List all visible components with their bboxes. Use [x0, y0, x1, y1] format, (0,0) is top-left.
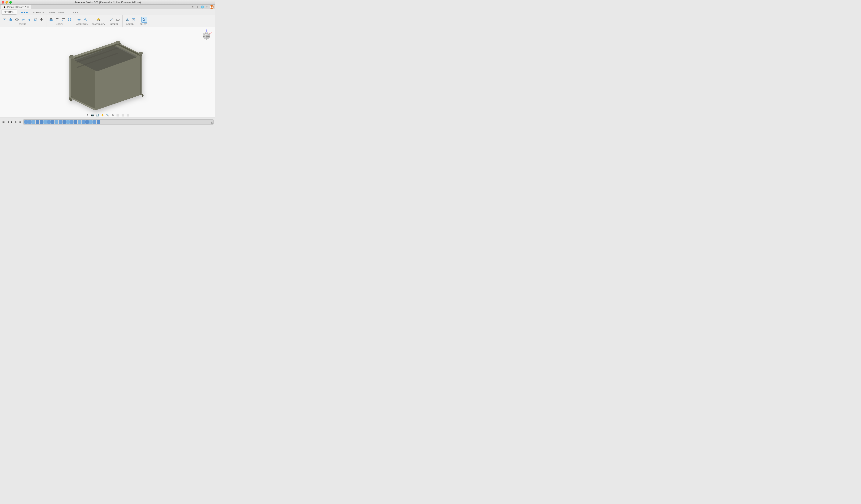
- view-cube[interactable]: FRONT RIGHT TOP Z X: [200, 29, 213, 42]
- modify-group: MODIFY ▾: [46, 15, 74, 27]
- svg-marker-10: [41, 21, 42, 22]
- insert-mesh-btn[interactable]: [124, 17, 130, 23]
- timeline-prev-btn[interactable]: ◀: [6, 120, 10, 124]
- svg-line-40: [209, 33, 211, 34]
- timeline-op-15[interactable]: [78, 120, 81, 124]
- inspect-more-btn[interactable]: [115, 17, 121, 23]
- timeline-op-7[interactable]: [47, 120, 51, 124]
- new-component-btn[interactable]: [2, 17, 8, 23]
- pan-icon[interactable]: ✋: [100, 113, 105, 117]
- construct-buttons: [95, 17, 101, 23]
- view-style-1[interactable]: ⬜: [116, 113, 120, 117]
- extrude-btn[interactable]: [8, 17, 14, 23]
- camera-icon[interactable]: 📷: [90, 113, 95, 117]
- insert-svg-btn[interactable]: [131, 17, 136, 23]
- timeline-next-btn[interactable]: ▶: [14, 120, 18, 124]
- assemble-label[interactable]: ASSEMBLE ▾: [76, 23, 88, 25]
- zoom-icon[interactable]: 🔍: [106, 113, 110, 117]
- tab-sheet-metal[interactable]: SHEET METAL: [46, 10, 68, 15]
- timeline-op-8[interactable]: [51, 120, 54, 124]
- svg-text:TOP: TOP: [203, 36, 205, 37]
- insert-label[interactable]: INSERT ▾: [126, 23, 135, 25]
- inspect-buttons: [109, 17, 121, 23]
- timeline-op-12[interactable]: [66, 120, 70, 124]
- view-style-3[interactable]: ⬜: [126, 113, 130, 117]
- title-bar: Autodesk Fusion 360 (Personal – Not for …: [0, 0, 215, 5]
- svg-marker-12: [43, 19, 43, 20]
- timeline-op-3[interactable]: [32, 120, 36, 124]
- close-button[interactable]: [2, 1, 4, 4]
- document-tab[interactable]: 📱 iPhone6sCase v1* ×: [1, 5, 31, 9]
- loft-btn[interactable]: [26, 17, 32, 23]
- timeline-op-1[interactable]: [24, 120, 28, 124]
- add-tab-icon[interactable]: +: [196, 5, 199, 9]
- construct-label[interactable]: CONSTRUCT ▾: [92, 23, 105, 25]
- timeline-op-10[interactable]: [59, 120, 62, 124]
- timeline-start-btn[interactable]: ⏮: [2, 120, 5, 124]
- offset-plane-btn[interactable]: [95, 17, 101, 23]
- select-label[interactable]: SELECT ▾: [140, 23, 149, 25]
- timeline-op-11[interactable]: [63, 120, 66, 124]
- timeline-op-5[interactable]: [40, 120, 43, 124]
- tab-tools[interactable]: TOOLS: [68, 10, 81, 15]
- tab-solid[interactable]: SOLID: [18, 10, 30, 15]
- orbit-icon[interactable]: 🔄: [95, 113, 99, 117]
- more-modify-btn[interactable]: [67, 17, 72, 23]
- timeline-op-4[interactable]: [36, 120, 39, 124]
- fillet-btn[interactable]: [54, 17, 60, 23]
- svg-rect-7: [34, 18, 37, 21]
- zoom-fit-icon[interactable]: ⊘: [111, 113, 115, 117]
- svg-point-21: [85, 19, 86, 20]
- user-avatar[interactable]: EB: [210, 5, 214, 9]
- design-mode-button[interactable]: DESIGN ▾: [1, 10, 17, 15]
- modify-label[interactable]: MODIFY ▾: [56, 23, 65, 25]
- svg-rect-13: [50, 19, 53, 21]
- minimize-button[interactable]: [5, 1, 8, 4]
- shell-btn[interactable]: [32, 17, 38, 23]
- modify-inner: MODIFY ▾: [47, 16, 73, 26]
- timeline-op-16[interactable]: [82, 120, 85, 124]
- timeline-play-btn[interactable]: ▶: [10, 120, 14, 124]
- assemble-buttons: [76, 17, 88, 23]
- measure-btn[interactable]: [109, 17, 114, 23]
- timeline-settings-icon[interactable]: ⚙: [211, 121, 214, 124]
- press-pull-btn[interactable]: [48, 17, 54, 23]
- snap-icon[interactable]: ⊕: [85, 113, 90, 117]
- timeline-op-20[interactable]: [97, 120, 100, 124]
- timeline-op-18[interactable]: [89, 120, 93, 124]
- as-built-btn[interactable]: [82, 17, 88, 23]
- timeline-op-13[interactable]: [70, 120, 73, 124]
- svg-rect-17: [68, 20, 69, 21]
- model-area: [0, 27, 215, 117]
- svg-rect-18: [70, 20, 71, 21]
- viewport[interactable]: FRONT RIGHT TOP Z X ⊕ 📷 🔄 ✋ 🔍 ⊘ ⬜ ⬜: [0, 27, 215, 126]
- inspect-label[interactable]: INSPECT ▾: [110, 23, 119, 25]
- select-tool-btn[interactable]: [141, 17, 147, 23]
- new-joint-btn[interactable]: [76, 17, 82, 23]
- svg-rect-1: [4, 19, 5, 20]
- create-label[interactable]: CREATE ▾: [19, 23, 28, 25]
- timeline-end-btn[interactable]: ⏭: [19, 120, 23, 124]
- close-window-icon[interactable]: ×: [191, 5, 194, 9]
- select-group: SELECT ▾: [138, 15, 150, 27]
- move-btn[interactable]: [39, 17, 44, 23]
- timeline-op-2[interactable]: [28, 120, 31, 124]
- modify-buttons: [48, 17, 72, 23]
- tab-surface[interactable]: SURFACE: [30, 10, 46, 15]
- revolve-btn[interactable]: [14, 17, 20, 23]
- globe-icon[interactable]: 🌐: [201, 5, 204, 9]
- tab-close-icon[interactable]: ×: [27, 6, 29, 8]
- timeline-op-17[interactable]: [85, 120, 89, 124]
- tab-label: iPhone6sCase v1*: [6, 6, 26, 8]
- help-icon[interactable]: ?: [205, 5, 208, 9]
- timeline-op-6[interactable]: [43, 120, 47, 124]
- timeline-op-9[interactable]: [55, 120, 58, 124]
- chamfer-btn[interactable]: [60, 17, 66, 23]
- svg-marker-24: [126, 18, 129, 21]
- sweep-btn[interactable]: [20, 17, 26, 23]
- view-style-2[interactable]: ⬜: [121, 113, 125, 117]
- timeline-op-14[interactable]: [74, 120, 77, 124]
- timeline-track[interactable]: [23, 120, 214, 125]
- maximize-button[interactable]: [9, 1, 12, 4]
- timeline-op-19[interactable]: [93, 120, 96, 124]
